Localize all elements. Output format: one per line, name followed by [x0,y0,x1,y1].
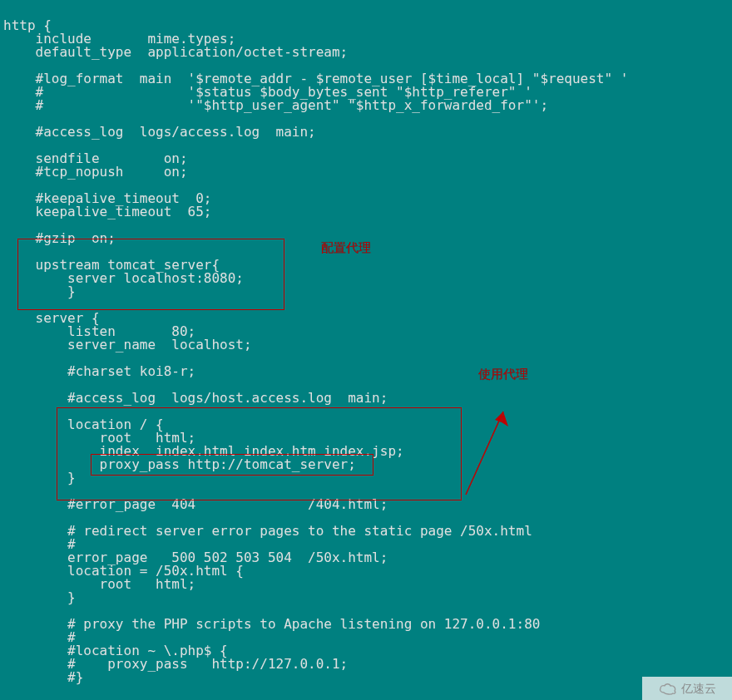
annotation-configure-proxy: 配置代理 [321,241,371,254]
cloud-icon [658,682,678,695]
watermark-badge: 亿速云 [642,677,732,700]
annotation-use-proxy: 使用代理 [478,367,528,381]
nginx-config-code: http { include mime.types; default_type … [0,0,732,684]
watermark-text: 亿速云 [681,682,716,695]
